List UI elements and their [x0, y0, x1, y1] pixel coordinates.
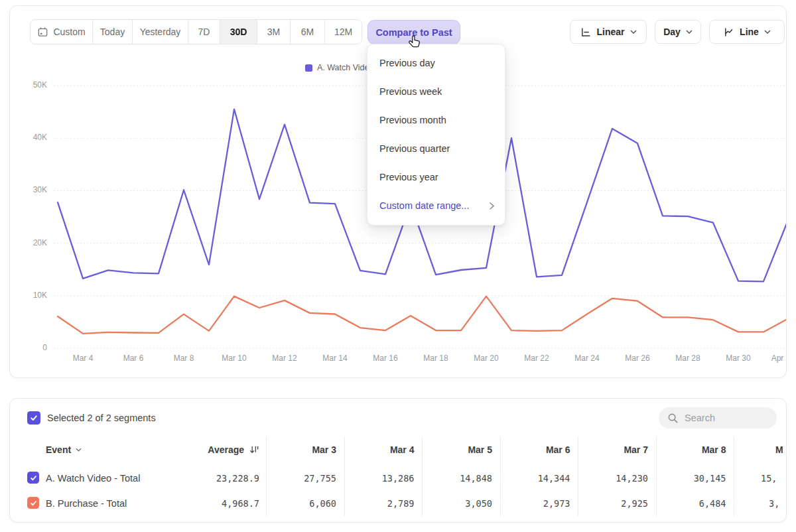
segments-panel: Selected 2 of 2 segments Event Average A… [9, 398, 787, 523]
insights-report-page: Custom Today Yesterday 7D 30D 3M 6M 12M … [0, 0, 796, 532]
search-input[interactable] [685, 413, 764, 423]
y-tick-label: 30K [19, 185, 47, 194]
range-yesterday-button[interactable]: Yesterday [133, 20, 188, 44]
cell-value: 13,286 [342, 473, 415, 484]
date-column-header: Mar 7 [575, 444, 648, 455]
calendar-icon [37, 27, 48, 38]
x-tick-label: Mar 18 [423, 354, 448, 363]
cell-value: 14,230 [575, 473, 648, 484]
linear-axis-icon [580, 27, 591, 38]
date-column-header: Mar 3 [263, 444, 336, 455]
range-today-button[interactable]: Today [93, 20, 133, 44]
chevron-down-icon [76, 448, 82, 452]
range-6m-button[interactable]: 6M [291, 20, 325, 44]
x-tick-label: Mar 26 [625, 354, 649, 363]
selected-segments-summary: Selected 2 of 2 segments [47, 413, 156, 423]
cell-value: 2,789 [342, 498, 415, 509]
chevron-down-icon [764, 30, 771, 34]
x-tick-label: Mar 22 [524, 354, 549, 363]
date-column-header: Mar 6 [498, 444, 570, 455]
average-value: 23,228.9 [153, 473, 259, 484]
y-tick-label: 0 [19, 343, 47, 352]
row-checkbox-watch-video[interactable] [27, 472, 39, 484]
cell-value: 27,755 [263, 473, 336, 484]
y-axis-scale-button[interactable]: Linear [570, 20, 647, 44]
date-range-segmented-control: Custom Today Yesterday 7D 30D 3M 6M 12M [30, 19, 362, 44]
menu-item-previous-day[interactable]: Previous day [367, 49, 505, 78]
cell-value: 2,973 [498, 498, 570, 509]
range-custom-label: Custom [53, 27, 85, 37]
x-tick-label: Mar 6 [123, 354, 144, 363]
cell-value: 30,145 [653, 473, 726, 484]
sort-descending-icon [249, 445, 259, 454]
cell-value: 14,848 [419, 473, 492, 484]
select-all-checkbox[interactable] [27, 411, 40, 425]
x-tick-label: Mar 16 [373, 354, 397, 363]
row-label-watch-video: A. Watch Video - Total [46, 473, 140, 484]
menu-item-previous-week[interactable]: Previous week [367, 78, 505, 106]
x-tick-label: Mar 24 [574, 354, 599, 363]
menu-item-previous-month[interactable]: Previous month [367, 106, 505, 135]
row-checkbox-purchase[interactable] [27, 497, 39, 509]
granularity-button[interactable]: Day [655, 20, 701, 44]
menu-item-previous-year[interactable]: Previous year [367, 163, 505, 192]
range-3m-button[interactable]: 3M [257, 20, 291, 44]
segment-search[interactable] [659, 407, 777, 429]
cell-value-clipped: 3, [769, 498, 779, 509]
x-tick-label: Mar 28 [675, 354, 700, 363]
date-column-header: Mar 8 [653, 444, 726, 455]
cell-value: 2,925 [575, 498, 648, 509]
x-tick-label: Mar 30 [726, 354, 750, 363]
x-tick-label: Mar 14 [322, 354, 347, 363]
event-column-header[interactable]: Event [46, 444, 82, 455]
average-value: 4,968.7 [153, 498, 259, 509]
cell-value: 14,344 [498, 473, 570, 484]
x-tick-label: Apr 1 [771, 354, 787, 363]
check-icon [30, 499, 37, 507]
menu-item-custom-date-range[interactable]: Custom date range... [367, 192, 505, 220]
range-30d-button[interactable]: 30D [220, 20, 257, 44]
row-label-purchase: B. Purchase - Total [46, 498, 127, 509]
y-tick-label: 20K [19, 238, 47, 247]
series-purchase-line [58, 297, 787, 334]
cell-value: 3,050 [419, 498, 492, 509]
check-icon [30, 474, 37, 482]
average-column-header[interactable]: Average [153, 444, 259, 455]
chevron-down-icon [686, 30, 693, 34]
column-separator [734, 436, 734, 516]
x-tick-label: Mar 10 [222, 354, 246, 363]
x-tick-label: Mar 8 [174, 354, 194, 363]
date-column-header-clipped: M [775, 444, 783, 455]
x-tick-label: Mar 4 [73, 354, 94, 363]
range-12m-button[interactable]: 12M [325, 20, 362, 44]
y-tick-label: 50K [19, 80, 47, 90]
cell-value-clipped: 15, [761, 473, 777, 484]
cell-value: 6,060 [263, 498, 336, 509]
y-tick-label: 10K [19, 291, 47, 300]
date-column-header: Mar 5 [419, 444, 492, 455]
menu-item-previous-quarter[interactable]: Previous quarter [367, 135, 505, 163]
cell-value: 6,484 [653, 498, 726, 509]
range-custom-button[interactable]: Custom [31, 20, 93, 44]
compare-to-past-menu: Previous day Previous week Previous mont… [367, 44, 505, 226]
chevron-down-icon [630, 30, 637, 34]
x-tick-label: Mar 20 [474, 354, 498, 363]
chevron-right-icon [490, 202, 494, 210]
hand-cursor-icon [406, 33, 423, 50]
search-icon [667, 413, 679, 424]
date-column-header: Mar 4 [342, 444, 415, 455]
y-tick-label: 40K [19, 133, 47, 142]
range-7d-button[interactable]: 7D [188, 20, 220, 44]
chart-type-button[interactable]: Line [709, 20, 785, 44]
x-tick-label: Mar 12 [272, 354, 297, 363]
line-chart-icon [723, 27, 734, 38]
check-icon [30, 414, 38, 422]
